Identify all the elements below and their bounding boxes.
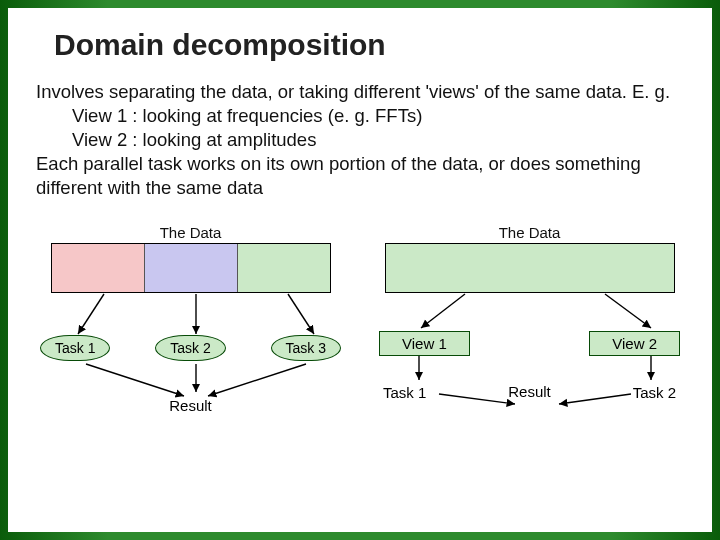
data-segment-1 [52, 244, 145, 292]
data-label-left: The Data [160, 224, 222, 241]
data-box-right [385, 243, 675, 293]
body-text: Involves separating the data, or taking … [36, 80, 684, 200]
body-view1: View 1 : looking at frequencies (e. g. F… [36, 104, 684, 128]
views-row: View 1 View 2 [375, 331, 684, 356]
svg-line-3 [86, 364, 184, 396]
task2-left: Task 2 [155, 335, 225, 361]
slide: Domain decomposition Involves separating… [8, 8, 712, 532]
task3-left: Task 3 [271, 335, 341, 361]
task1-right: Task 1 [383, 384, 426, 401]
tasks-row-left: Task 1 Task 2 Task 3 [36, 335, 345, 361]
task1-left: Task 1 [40, 335, 110, 361]
result-right: Result [508, 383, 551, 400]
body-line-2: Each parallel task works on its own port… [36, 152, 684, 200]
diagram-row: The Data Task 1 Task 2 Task 3 Result [36, 220, 684, 415]
task2-right: Task 2 [633, 384, 676, 401]
svg-line-6 [421, 294, 465, 328]
svg-line-5 [208, 364, 306, 396]
data-label-right: The Data [499, 224, 561, 241]
svg-line-7 [605, 294, 651, 328]
data-segment-2 [145, 244, 238, 292]
view1-box: View 1 [379, 331, 470, 356]
data-box-left [51, 243, 331, 293]
svg-line-0 [78, 294, 104, 334]
diagram-right: The Data View 1 View 2 Task 1 Task 2 Res… [375, 224, 684, 401]
view2-box: View 2 [589, 331, 680, 356]
result-left: Result [169, 397, 212, 414]
data-segment-3 [238, 244, 330, 292]
body-view2: View 2 : looking at amplitudes [36, 128, 684, 152]
slide-title: Domain decomposition [36, 28, 684, 62]
body-line-1: Involves separating the data, or taking … [36, 80, 684, 104]
diagram-left: The Data Task 1 Task 2 Task 3 Result [36, 224, 345, 415]
svg-line-2 [288, 294, 314, 334]
